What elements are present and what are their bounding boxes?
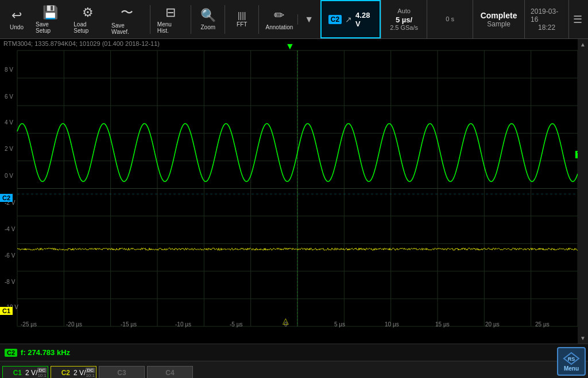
volt-label-8v: 8 V [5, 67, 13, 73]
save-waveform-icon: 〜 [121, 4, 133, 21]
waveform-canvas [0, 39, 588, 344]
toolbar-right: C2 ↗ 4.28 V Auto 5 µs/ 2.5 GSa/s 0 s Com… [320, 0, 586, 38]
trigger-marker: ▼ [285, 41, 295, 52]
channel-values: 4.28 V [355, 11, 373, 28]
svg-text:RS: RS [568, 356, 575, 362]
frequency-display: f: 274.783 kHz [21, 348, 70, 357]
annotation-button[interactable]: ✏ Annotation [261, 6, 297, 33]
c2-tab-value: 2 V/ [74, 369, 86, 377]
time-label-n25: -25 µs [21, 321, 37, 328]
fft-icon: |||| [238, 11, 246, 20]
c1-tab-value: 2 V/ [25, 369, 37, 377]
status-channel-badge: C2 [5, 349, 17, 357]
toolbar: ↩ Undo 💾 Save Setup ⚙ Load Setup 〜 Save … [0, 0, 588, 39]
offset-section[interactable]: 0 s [427, 0, 473, 38]
time-label-n15: -15 µs [121, 321, 137, 328]
channel-tab-c3[interactable]: C3 [99, 366, 145, 379]
c2-channel-marker: C2 [0, 194, 13, 202]
dropdown-arrow-icon: ▼ [304, 14, 314, 25]
time-label-15: 15 µs [435, 321, 450, 328]
save-setup-button[interactable]: 💾 Save Setup [31, 3, 69, 36]
c2-ratio-badge: 10:1 [86, 373, 95, 378]
save-setup-icon: 💾 [42, 5, 58, 20]
menu-hist-button[interactable]: ⊟ Menu Hist. [153, 3, 188, 36]
trigger-bottom-marker: △ [283, 316, 289, 325]
right-menu-icon: ☰ [573, 13, 582, 26]
timebase-mode: Auto [397, 7, 411, 14]
time-label-n10: -10 µs [175, 321, 191, 328]
time-label-20: 20 µs [485, 321, 500, 328]
date-display: 2019-03-16 [531, 7, 563, 24]
volt-label-0v: 0 V [5, 173, 13, 179]
time-label-5: 5 µs [334, 321, 345, 328]
right-scroll-controls[interactable]: ▲ ▼ [578, 39, 588, 344]
toolbar-divider-3 [225, 5, 225, 34]
volt-label-6v: 6 V [5, 93, 13, 100]
undo-button[interactable]: ↩ Undo [2, 6, 31, 33]
channel-tab-c2[interactable]: C2 2 V/ DC 10:1 [51, 366, 96, 379]
fft-button[interactable]: |||| FFT [227, 9, 256, 30]
sample-rate: 2.5 GSa/s [390, 24, 418, 31]
time-display: 18:22 [538, 24, 555, 32]
acq-mode-sub: Sample [487, 20, 510, 28]
volt-label-4v: 4 V [5, 119, 13, 126]
toolbar-divider-2 [191, 5, 191, 34]
channel-tab-c4[interactable]: C4 [147, 366, 193, 379]
trigger-symbol: ↗ [345, 15, 352, 24]
voltage-value: 4.28 V [355, 11, 373, 28]
right-menu-button[interactable]: ☰ [568, 0, 586, 38]
c1-channel-marker: C1 [0, 307, 13, 315]
scroll-down-button[interactable]: ▼ [580, 335, 586, 341]
time-label-10: 10 µs [385, 321, 399, 328]
c2-tab-label: C2 [61, 369, 70, 377]
offset-label: 0 s [446, 15, 454, 22]
menu-diamond-icon: RS [563, 352, 580, 365]
volt-label-n8v: -8 V [5, 279, 15, 285]
menu-button[interactable]: RS Menu [557, 347, 586, 376]
status-bar: C2 f: 274.783 kHz [0, 344, 588, 361]
timebase-section[interactable]: Auto 5 µs/ 2.5 GSa/s [381, 0, 427, 38]
toolbar-divider-4 [258, 5, 259, 34]
load-setup-button[interactable]: ⚙ Load Setup [69, 3, 107, 36]
datetime-section: 2019-03-16 18:22 [524, 0, 568, 38]
scroll-up-button[interactable]: ▲ [580, 41, 586, 48]
c1-ratio-badge: 10:1 [37, 373, 47, 378]
channel-tab-c1[interactable]: C1 2 V/ DC 10:1 [2, 366, 48, 379]
c2-dc-badge: DC [86, 368, 95, 373]
undo-icon: ↩ [11, 8, 22, 23]
oscilloscope-display: RTM3004; 1335.8794K04; 101029 (01.400 20… [0, 39, 588, 344]
annotation-icon: ✏ [274, 8, 284, 23]
channel-label: C2 [328, 15, 342, 24]
time-label-25: 25 µs [535, 321, 550, 328]
c3-tab-label: C3 [117, 369, 126, 377]
time-label-n20: -20 µs [66, 321, 82, 328]
channel-tabs: C1 2 V/ DC 10:1 C2 2 V/ DC 10:1 C3 C4 RS… [0, 361, 588, 378]
toolbar-dropdown[interactable]: ▼ [297, 14, 320, 25]
c1-dc-badge: DC [37, 368, 47, 373]
acq-mode-label: Complete [481, 11, 517, 20]
save-waveform-button[interactable]: 〜 Save Wavef. [107, 2, 148, 37]
zoom-button[interactable]: 🔍 Zoom [194, 6, 222, 33]
zoom-icon: 🔍 [200, 8, 216, 23]
volt-label-2v: 2 V [5, 146, 13, 152]
volt-label-n6v: -6 V [5, 252, 15, 259]
c4-tab-label: C4 [165, 369, 174, 377]
acquisition-mode-section[interactable]: Complete Sample [473, 0, 524, 38]
channel-info-section[interactable]: C2 ↗ 4.28 V [320, 0, 381, 38]
scope-title: RTM3004; 1335.8794K04; 101029 (01.400 20… [0, 39, 163, 48]
c1-tab-label: C1 [13, 369, 22, 377]
load-setup-icon: ⚙ [82, 5, 94, 20]
volt-label-n4v: -4 V [5, 226, 15, 232]
menu-hist-icon: ⊟ [165, 5, 176, 20]
toolbar-divider-1 [150, 5, 150, 34]
timebase-value: 5 µs/ [396, 15, 412, 24]
menu-button-label: Menu [564, 365, 579, 372]
time-label-n5: -5 µs [230, 321, 242, 328]
